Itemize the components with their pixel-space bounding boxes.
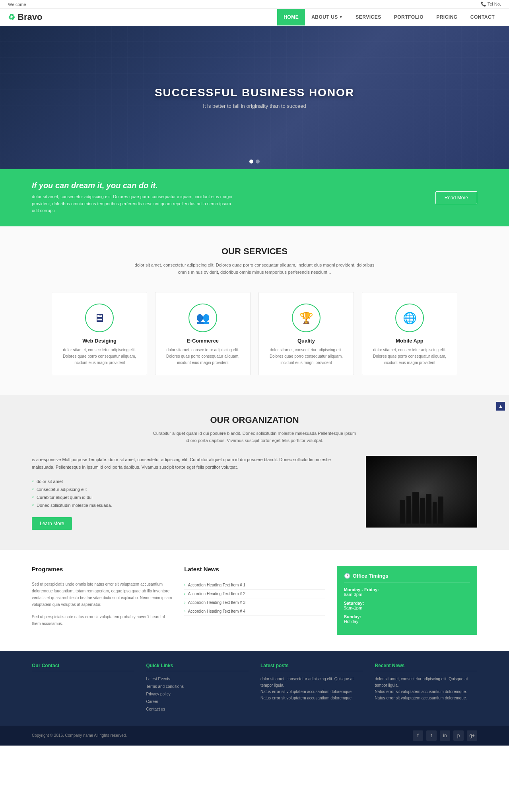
hero-dot-1[interactable] [249, 160, 253, 164]
nav-contact[interactable]: CONTACT [464, 9, 501, 25]
footer-link-contact: Contact us [146, 706, 249, 712]
tel-text: Tel No. [481, 2, 501, 7]
office-col: 🕐 Office Timings Monday - Friday: 9am-3p… [337, 566, 477, 635]
mobile-desc: dolor sitamet, consec tetur adipiscing e… [369, 347, 450, 366]
news-item-4[interactable]: Accordion Heading Text Item # 4 [184, 607, 324, 616]
nav-portfolio[interactable]: PORTFOLIO [388, 9, 430, 25]
nav-pricing[interactable]: PRICING [430, 9, 464, 25]
silhouette-group [400, 492, 443, 524]
logo[interactable]: ♻ Bravo [8, 9, 42, 25]
career-link[interactable]: Career [146, 699, 159, 704]
services-title: OUR SERVICES [32, 246, 477, 257]
services-grid: 🖥 Web Desiging dolor sitamet, consec tet… [32, 292, 477, 375]
footer-latest-posts-col: Latest posts dolor sit amet, consectetur… [260, 663, 363, 714]
saturday-time: 9am-1pm [344, 606, 470, 610]
googleplus-link[interactable]: g+ [467, 730, 477, 741]
sunday-time: Holiday [344, 619, 470, 624]
hero-subtitle: It is better to fail in originality than… [155, 103, 354, 109]
welcome-text: Welcome [8, 2, 26, 7]
org-content: is a responsive Multipurpose Template. d… [32, 456, 477, 530]
footer-recent-text2: Natus error sit voluptatem accusantium d… [375, 689, 478, 695]
organization-section: OUR ORGANIZATION Curabitur aliquet quam … [0, 395, 509, 550]
footer-link-career: Career [146, 699, 249, 704]
facebook-link[interactable]: f [413, 730, 423, 741]
person-6 [433, 502, 437, 524]
footer-contact-col: Our Contact [32, 663, 134, 714]
latest-news-title: Latest News [184, 566, 324, 576]
logo-text: Bravo [17, 12, 42, 22]
footer-link-privacy: Privacy policy [146, 691, 249, 697]
nav-links: HOME ABOUT US ▼ SERVICES PORTFOLIO PRICI… [277, 9, 501, 25]
org-left: is a responsive Multipurpose Template. d… [32, 456, 350, 530]
hero-section: SUCCESSFUL BUSINESS HONOR It is better t… [0, 26, 509, 169]
org-title: OUR ORGANIZATION [32, 415, 477, 425]
services-desc: dolor sit amet, consectetur adipiscing e… [131, 261, 378, 276]
footer-recent-news-title: Recent News [375, 663, 478, 671]
mobile-icon: 🌐 [403, 312, 417, 325]
ecom-name: E-Commerce [163, 338, 243, 344]
org-list-item-3: Curabitur aliquet quam id dui [32, 493, 350, 501]
mobile-icon-wrap: 🌐 [395, 304, 424, 332]
about-arrow: ▼ [339, 15, 343, 19]
linkedin-link[interactable]: in [440, 730, 450, 741]
quality-name: Quality [266, 338, 346, 344]
person-1 [400, 500, 405, 524]
top-bar: Welcome Tel No. [0, 0, 509, 9]
footer-main: Our Contact Quick Links Latest Events Te… [0, 651, 509, 726]
footer-post-text2: Natus error sit voluptatem accusantium d… [260, 689, 363, 695]
nav-services[interactable]: SERVICES [349, 9, 387, 25]
hero-dot-2[interactable] [256, 160, 260, 164]
programs-text1: Sed ut perspiciatis unde omnis iste natu… [32, 581, 172, 608]
quality-desc: dolor sitamet, consec tetur adipiscing e… [266, 347, 346, 366]
banner-read-more-button[interactable]: Read More [435, 191, 477, 204]
scroll-top-button[interactable]: ▲ [496, 402, 505, 411]
org-image [366, 456, 477, 528]
events-link[interactable]: Latest Events [146, 677, 171, 681]
contact-link[interactable]: Contact us [146, 707, 165, 711]
terms-link[interactable]: Terms and conditions [146, 684, 184, 689]
weekday-time: 9am-3pm [344, 592, 470, 597]
learn-more-button[interactable]: Learn More [32, 517, 72, 530]
footer-post-text3: Natus error sit voluptatem accusantium d… [260, 695, 363, 701]
footer-contact-title: Our Contact [32, 663, 134, 671]
banner-text: If you can dream it, you can do it. dolo… [32, 181, 239, 214]
programs-text2: Sed ut perspiciatis nate natus error sit… [32, 613, 172, 627]
news-list: Accordion Heading Text Item # 1 Accordio… [184, 581, 324, 616]
saturday-label: Saturday: [344, 601, 470, 606]
org-header-desc: Curabitur aliquet quam id dui posuere bl… [151, 430, 358, 444]
privacy-link[interactable]: Privacy policy [146, 692, 171, 696]
web-icon: 🖥 [94, 312, 105, 325]
pinterest-link[interactable]: p [453, 730, 464, 741]
programs-title: Programes [32, 566, 172, 576]
hero-title: SUCCESSFUL BUSINESS HONOR [155, 86, 354, 99]
footer-links-title: Quick Links [146, 663, 249, 671]
web-icon-wrap: 🖥 [85, 304, 114, 332]
office-box: 🕐 Office Timings Monday - Friday: 9am-3p… [337, 566, 477, 635]
quality-icon-wrap: 🏆 [292, 304, 321, 332]
footer-link-terms: Terms and conditions [146, 683, 249, 689]
programs-col: Programes Sed ut perspiciatis unde omnis… [32, 566, 172, 635]
footer-link-events: Latest Events [146, 676, 249, 682]
ecom-icon-wrap: 👥 [188, 304, 217, 332]
org-list-item-1: dolor sit amet [32, 477, 350, 485]
navigation: ♻ Bravo HOME ABOUT US ▼ SERVICES PORTFOL… [0, 9, 509, 26]
nav-about[interactable]: ABOUT US ▼ [305, 9, 349, 25]
office-title: 🕐 Office Timings [344, 573, 470, 582]
logo-icon: ♻ [8, 12, 15, 22]
quality-icon: 🏆 [299, 312, 313, 325]
nav-home[interactable]: HOME [277, 9, 305, 25]
footer-recent-text3: Natus error sit voluptatem accusantium d… [375, 695, 478, 701]
web-name: Web Desiging [59, 338, 140, 344]
ecom-icon: 👥 [196, 312, 210, 325]
footer: Our Contact Quick Links Latest Events Te… [0, 651, 509, 746]
news-item-3[interactable]: Accordion Heading Text Item # 3 [184, 598, 324, 607]
footer-links-col: Quick Links Latest Events Terms and cond… [146, 663, 249, 714]
news-item-2[interactable]: Accordion Heading Text Item # 2 [184, 590, 324, 598]
twitter-link[interactable]: t [426, 730, 437, 741]
news-item-1[interactable]: Accordion Heading Text Item # 1 [184, 581, 324, 590]
person-7 [438, 497, 443, 524]
footer-post-text1: dolor sit amet, consectetur adipiscing e… [260, 676, 363, 689]
footer-recent-text1: dolor sit amet, consectetur adipiscing e… [375, 676, 478, 689]
footer-latest-posts-title: Latest posts [260, 663, 363, 671]
org-image-inner [366, 456, 477, 528]
